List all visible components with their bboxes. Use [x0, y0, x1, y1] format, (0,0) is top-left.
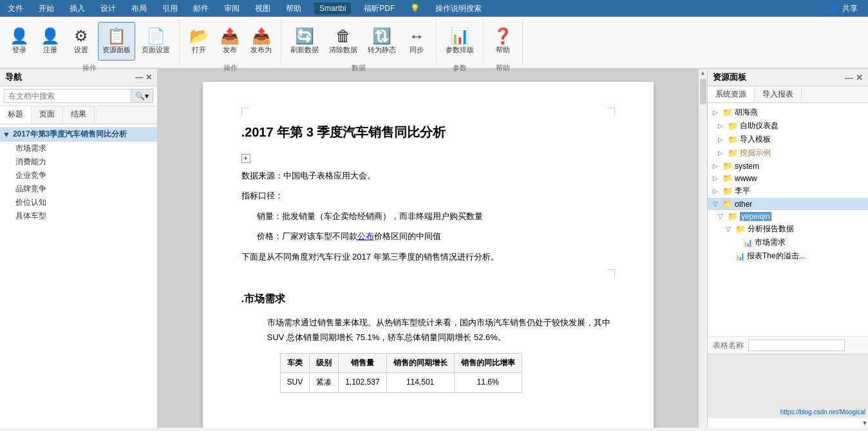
- menu-view[interactable]: 视图: [252, 2, 273, 15]
- scrollbar-up[interactable]: ▲: [701, 70, 706, 76]
- clear-data-button[interactable]: 🗑 清除数据: [325, 22, 361, 61]
- res-table-name-input[interactable]: [748, 340, 845, 351]
- folder-icon-dashboard: 📁: [728, 121, 738, 131]
- nav-tab-title[interactable]: 标题: [0, 106, 32, 124]
- toolbar-group-file: 📂 打开 📤 发布 📤 发布为 操作: [180, 19, 281, 65]
- doc-table-container: 车类 级别 销售量 销售的同期增长 销售的同比增率 SUV 紧凑 1,102,5…: [280, 353, 615, 393]
- menu-search-box[interactable]: 操作说明搜索: [433, 2, 484, 15]
- table-cell-rate: 11.6%: [454, 373, 522, 393]
- res-label-market: 市场需求: [755, 237, 786, 248]
- publish-as-button[interactable]: 📤 发布为: [247, 22, 276, 61]
- nav-tree-item-brand[interactable]: 品牌竞争: [0, 182, 157, 196]
- menu-review[interactable]: 审阅: [222, 2, 242, 15]
- res-tree-item-report-data[interactable]: ▽ 📁 分析报告数据: [708, 222, 868, 236]
- table-header-growth: 销售的同期增长: [386, 353, 454, 373]
- publish-button[interactable]: 📤 发布: [216, 22, 244, 61]
- res-tree-item-template[interactable]: ▷ 📁 导入模板: [708, 133, 868, 146]
- param-layout-button[interactable]: 📊 参数排版: [442, 22, 478, 61]
- menu-file[interactable]: 文件: [5, 2, 26, 15]
- res-tab-import[interactable]: 导入报表: [755, 86, 802, 102]
- res-tree-item-ypq[interactable]: ▽ 📁 yepeiqin: [708, 210, 868, 222]
- res-table-name-area: 表格名称: [708, 336, 868, 354]
- help-icon: ❓: [493, 28, 513, 44]
- res-panel-minimize-btn[interactable]: —: [845, 73, 853, 82]
- expand-button[interactable]: +: [241, 154, 250, 163]
- doc-price-link[interactable]: 公布: [357, 231, 374, 241]
- table-cell-type: SUV: [280, 373, 310, 393]
- res-panel-close-btn[interactable]: ✕: [856, 73, 863, 82]
- nav-search-button[interactable]: 🔍▾: [131, 89, 153, 103]
- res-label-mining: 挖掘示例: [740, 148, 771, 158]
- menu-ref[interactable]: 引用: [160, 2, 180, 15]
- nav-title: 导航: [5, 72, 22, 83]
- help-button[interactable]: ❓ 帮助: [489, 22, 517, 61]
- nav-tree-item-consumer[interactable]: 消费能力: [0, 155, 157, 169]
- menu-smartbi[interactable]: Smartbi: [314, 3, 351, 14]
- page-settings-icon: 📄: [146, 28, 165, 44]
- nav-tab-page[interactable]: 页面: [32, 106, 63, 124]
- menu-mail[interactable]: 邮件: [191, 2, 211, 15]
- doc-source: 数据来源：中国电子表格应用大会。: [241, 168, 615, 183]
- nav-tree-root[interactable]: ▼ 2017年第3季度汽车销售同比分析: [0, 127, 157, 142]
- res-tree-item-liping[interactable]: ▷ 📁 李平: [708, 184, 868, 198]
- doc-intro: 下面是从不同角度对汽车行业 2017 年第三季度的销售情况进行分析。: [241, 249, 615, 264]
- res-tree-item-huhy[interactable]: ▷ 📁 胡海燕: [708, 106, 868, 119]
- res-tree-item-wwww[interactable]: ▷ 📁 wwww: [708, 172, 868, 184]
- menu-foxitpdf[interactable]: 福昕PDF: [361, 2, 397, 15]
- content-area[interactable]: .2017 年第 3 季度汽车销售同比分析 + 数据来源：中国电子表格应用大会。…: [158, 69, 698, 428]
- expand-hhy-icon: ▷: [713, 109, 721, 116]
- menu-layout[interactable]: 布局: [129, 2, 149, 15]
- res-tree-item-mining[interactable]: ▷ 📁 挖掘示例: [708, 146, 868, 160]
- toolbar-group-help: ❓ 帮助 帮助: [484, 19, 523, 65]
- scrollbar-thumb[interactable]: [700, 79, 706, 104]
- table-row: SUV 紧凑 1,102,537 114,501 11.6%: [280, 373, 522, 393]
- convert-static-button[interactable]: 🔃 转为静态: [364, 22, 400, 61]
- settings-button[interactable]: ⚙ 设置: [67, 22, 95, 61]
- menu-design[interactable]: 设计: [98, 2, 118, 15]
- page-settings-button[interactable]: 📄 页面设置: [138, 22, 174, 61]
- nav-close-btn[interactable]: ✕: [146, 73, 152, 82]
- res-tab-system[interactable]: 系统资源: [708, 86, 755, 102]
- open-button[interactable]: 📂 打开: [185, 22, 213, 61]
- table-cell-level: 紧凑: [310, 373, 339, 393]
- res-scroll-btn[interactable]: ▼: [862, 419, 868, 426]
- res-tree-item-other[interactable]: ▽ 📁 other: [708, 198, 868, 210]
- nav-tab-result[interactable]: 结果: [63, 106, 95, 124]
- res-label-ypq: yepeiqin: [740, 212, 771, 221]
- menu-home[interactable]: 开始: [36, 2, 57, 15]
- folder-icon-liping: 📁: [722, 186, 733, 196]
- nav-minimize-btn[interactable]: —: [135, 73, 143, 82]
- sync-button[interactable]: ↔ 同步: [402, 22, 431, 61]
- toolbar-label-data: 数据: [352, 63, 366, 74]
- nav-panel: 导航 — ✕ 🔍▾ 标题 页面 结果 ▼ 2017年第3季度汽车销售同比分析 市…: [0, 69, 158, 428]
- nav-tree-item-price[interactable]: 价位认知: [0, 196, 157, 209]
- res-preview-area: https://blog.csdn.net/Moogical: [708, 354, 868, 418]
- login-icon: 👤: [10, 28, 29, 44]
- toolbar-group-actions: 👤 登录 👤 注册 ⚙ 设置 📋 资源面板 📄 页面设置: [0, 19, 180, 65]
- res-label-dashboard: 自助仪表盘: [740, 120, 778, 131]
- doc-table: 车类 级别 销售量 销售的同期增长 销售的同比增率 SUV 紧凑 1,102,5…: [280, 353, 522, 393]
- folder-icon-template: 📁: [728, 135, 738, 144]
- menu-help[interactable]: 帮助: [283, 2, 304, 15]
- res-tree-item-dashboard[interactable]: ▷ 📁 自助仪表盘: [708, 119, 868, 133]
- res-tree-item-market-report[interactable]: 📊 市场需求: [708, 236, 868, 249]
- expand-wwww-icon: ▷: [713, 175, 721, 182]
- nav-tabs: 标题 页面 结果: [0, 106, 157, 124]
- nav-search-input[interactable]: [4, 89, 131, 103]
- login-button[interactable]: 👤 登录: [5, 22, 33, 61]
- res-tree-item-other-report[interactable]: 📊 报表The的溢击...: [708, 249, 868, 263]
- doc-market-desc: 市场需求通过销售量来体现。从热销车型统计来看，国内市场汽车销售仍处于较快发展，其…: [267, 315, 615, 345]
- res-tree-item-system[interactable]: ▷ 📁 system: [708, 160, 868, 172]
- toolbar-label-actions: 操作: [82, 63, 97, 74]
- nav-tree-item-model[interactable]: 具体车型: [0, 209, 157, 223]
- refresh-data-button[interactable]: 🔄 刷新数据: [287, 22, 323, 61]
- expand-system-icon: ▷: [713, 162, 721, 169]
- menu-share[interactable]: 👤 共享: [826, 2, 863, 15]
- res-preview-url: https://blog.csdn.net/Moogical: [780, 408, 865, 416]
- resource-panel-button[interactable]: 📋 资源面板: [98, 22, 135, 61]
- nav-tree-item-market[interactable]: 市场需求: [0, 142, 157, 155]
- register-button[interactable]: 👤 注册: [36, 22, 64, 61]
- nav-tree-item-enterprise[interactable]: 企业竞争: [0, 169, 157, 182]
- menu-insert[interactable]: 插入: [67, 2, 88, 15]
- folder-icon-mining: 📁: [728, 148, 738, 158]
